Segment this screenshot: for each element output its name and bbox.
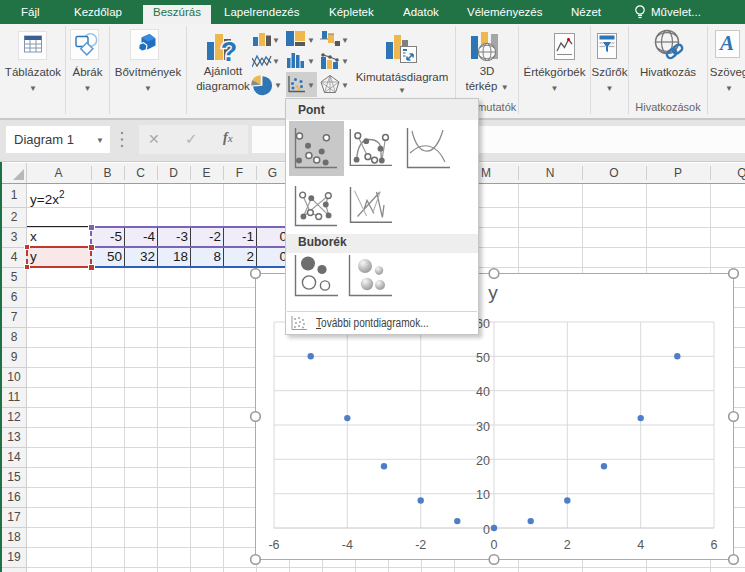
svg-text:2: 2 xyxy=(564,538,571,552)
svg-text:10: 10 xyxy=(476,488,490,502)
svg-text:?: ? xyxy=(221,37,238,65)
svg-text:4: 4 xyxy=(637,538,644,552)
svg-text:-4: -4 xyxy=(342,538,353,552)
svg-text:6: 6 xyxy=(711,538,718,552)
svg-text:y: y xyxy=(488,282,498,303)
svg-text:-2: -2 xyxy=(415,538,426,552)
svg-text:0: 0 xyxy=(483,523,490,537)
svg-text:20: 20 xyxy=(476,454,490,468)
svg-text:30: 30 xyxy=(476,420,490,434)
svg-text:0: 0 xyxy=(491,538,498,552)
svg-text:-6: -6 xyxy=(268,538,279,552)
svg-text:50: 50 xyxy=(476,351,490,365)
svg-text:40: 40 xyxy=(476,385,490,399)
